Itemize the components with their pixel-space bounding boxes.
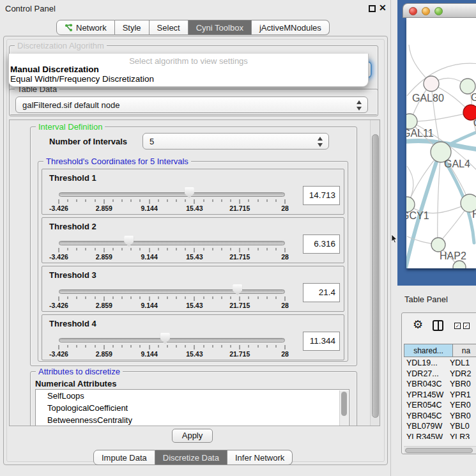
slider-tick — [112, 296, 113, 299]
dropdown-placeholder-item[interactable]: Select algorithm to view settings — [9, 54, 368, 65]
table-row[interactable]: YDR27...YDR2 — [404, 369, 476, 380]
top-tab-bar: Network Style Select Cyni Toolbox jActiv… — [56, 20, 330, 35]
tab-cyni-toolbox[interactable]: Cyni Toolbox — [188, 20, 252, 35]
table-hscrollbar-thumb[interactable] — [405, 448, 473, 453]
slider-tick — [131, 199, 132, 202]
tab-discretize-data[interactable]: Discretize Data — [155, 450, 227, 465]
table-cell-name[interactable]: YBL0 — [450, 422, 470, 431]
slider-tick — [285, 296, 286, 301]
slider-tick — [131, 345, 132, 348]
numerical-attributes-list[interactable]: SelfLoopsTopologicalCoefficientBetweenne… — [35, 389, 349, 426]
dropdown-item-manual-discretization[interactable]: Manual Discretization — [9, 65, 368, 74]
tab-impute-data[interactable]: Impute Data — [93, 450, 155, 465]
slider-tick — [112, 345, 113, 348]
network-view-window: GAL80 GA GAL11 GAL4 GCY1 H HAP2 C — [397, 0, 476, 286]
table-row[interactable]: YLR345WYLR3 — [404, 433, 476, 440]
slider-tick — [167, 199, 167, 202]
dropdown-item-equal-width[interactable]: Equal Width/Frequency Discretization — [9, 74, 368, 84]
tab-jactivemnodules[interactable]: jActiveMNodules — [252, 20, 330, 35]
split-columns-icon[interactable] — [433, 320, 443, 331]
threshold-value-field[interactable]: 6.316 — [303, 234, 340, 254]
attribute-list-item[interactable]: BetweennessCentrality — [36, 414, 349, 426]
table-cell-shared-name[interactable]: YPR145W — [406, 390, 443, 399]
slider-tick — [149, 345, 150, 349]
table-row[interactable]: YER054CYER0 — [404, 401, 476, 411]
table-row[interactable]: YPR145WYPR1 — [404, 390, 476, 401]
tab-style[interactable]: Style — [115, 20, 150, 35]
mac-close-icon[interactable] — [409, 7, 417, 15]
table-data-combobox[interactable]: galFiltered.sif default node — [15, 96, 368, 113]
tab-infer-network[interactable]: Infer Network — [227, 450, 293, 465]
slider-tick — [167, 296, 167, 299]
apply-button[interactable]: Apply — [172, 429, 213, 443]
tab-select[interactable]: Select — [150, 20, 188, 35]
gear-icon[interactable]: ⚙ — [413, 318, 423, 332]
slider-tick — [212, 345, 213, 348]
slider-tick-label: 28 — [281, 302, 289, 309]
table-body[interactable]: YDL19...YDL1YDR27...YDR2YBR043CYBR0YPR14… — [404, 358, 476, 439]
table-cell-shared-name[interactable]: YLR345W — [406, 433, 443, 440]
mac-zoom-icon[interactable] — [434, 7, 443, 15]
slider-tick — [266, 199, 267, 202]
threshold-value-field[interactable]: 21.4 — [303, 283, 340, 302]
threshold-4-panel: Threshold 4-3.4262.8599.14415.4321.71528… — [42, 314, 344, 360]
slider-tick — [231, 248, 231, 250]
slider-tick — [68, 296, 68, 299]
slider-tick-label: -3.426 — [49, 204, 68, 212]
table-cell-name[interactable]: YBR0 — [450, 411, 471, 420]
slider-tick — [176, 199, 177, 202]
slider-tick — [86, 199, 86, 202]
slider-ticks: -3.4262.8599.14415.4321.71528 — [42, 315, 344, 360]
slider-tick-label: 21.715 — [229, 350, 250, 358]
close-icon[interactable]: ✕ — [379, 3, 387, 13]
table-cell-shared-name[interactable]: YBL079W — [406, 422, 442, 431]
float-window-icon[interactable] — [369, 5, 376, 12]
table-row[interactable]: YBL079WYBL0 — [404, 422, 476, 433]
threshold-value-field[interactable]: 11.344 — [303, 332, 340, 351]
slider-tick — [231, 296, 231, 299]
checkbox-icon[interactable]: ✓ — [454, 323, 461, 329]
slider-tick — [266, 296, 267, 299]
node-label-h: H — [472, 209, 476, 220]
list-scrollbar[interactable] — [339, 390, 348, 426]
table-cell-name[interactable]: YER0 — [450, 401, 471, 410]
threshold-value-field[interactable]: 14.713 — [303, 186, 340, 205]
network-canvas[interactable]: GAL80 GA GAL11 GAL4 GCY1 H HAP2 C — [406, 18, 476, 268]
slider-tick — [86, 248, 86, 250]
slider-tick — [112, 248, 113, 250]
table-cell-shared-name[interactable]: YBR043C — [406, 380, 442, 388]
slider-tick — [140, 296, 141, 299]
table-cell-name[interactable]: YBR0 — [450, 380, 471, 388]
number-of-intervals-combobox[interactable]: 5 — [142, 133, 329, 150]
slider-tick — [185, 296, 186, 299]
table-cell-name[interactable]: YDR2 — [450, 369, 471, 378]
slider-tick — [266, 345, 267, 348]
tab-network[interactable]: Network — [56, 20, 115, 35]
column-header-name[interactable]: na — [453, 344, 476, 357]
node-gal11[interactable] — [406, 114, 417, 129]
table-cell-name[interactable]: YPR1 — [450, 390, 471, 399]
table-cell-name[interactable]: YDL1 — [450, 358, 470, 367]
viewport-scrollbar-thumb[interactable] — [372, 134, 379, 418]
viewport-scrollbar[interactable] — [370, 120, 380, 426]
table-row[interactable]: YDL19...YDL1 — [404, 358, 476, 369]
checkbox-icon[interactable]: ✓ — [463, 323, 470, 329]
column-header-shared[interactable]: shared... — [404, 344, 453, 357]
table-row[interactable]: YBR043CYBR0 — [404, 380, 476, 390]
node-gal80[interactable] — [424, 76, 439, 91]
slider-tick — [95, 345, 95, 348]
table-cell-shared-name[interactable]: YBR045C — [406, 411, 442, 420]
slider-tick — [231, 345, 231, 348]
table-row[interactable]: YBR045CYBR0 — [404, 411, 476, 422]
table-cell-shared-name[interactable]: YER054C — [406, 401, 442, 410]
table-cell-name[interactable]: YLR3 — [450, 433, 470, 440]
list-scrollbar-thumb[interactable] — [341, 392, 347, 416]
attribute-list-item[interactable]: SelfLoops — [36, 390, 349, 402]
attribute-list-item[interactable]: TopologicalCoefficient — [36, 402, 349, 414]
table-cell-shared-name[interactable]: YDL19... — [406, 358, 438, 367]
network-window-titlebar[interactable] — [403, 3, 476, 18]
node-hap2[interactable] — [431, 238, 445, 252]
table-hscrollbar[interactable] — [404, 446, 476, 454]
table-cell-shared-name[interactable]: YDR27... — [406, 369, 439, 378]
mac-minimize-icon[interactable] — [422, 7, 430, 15]
